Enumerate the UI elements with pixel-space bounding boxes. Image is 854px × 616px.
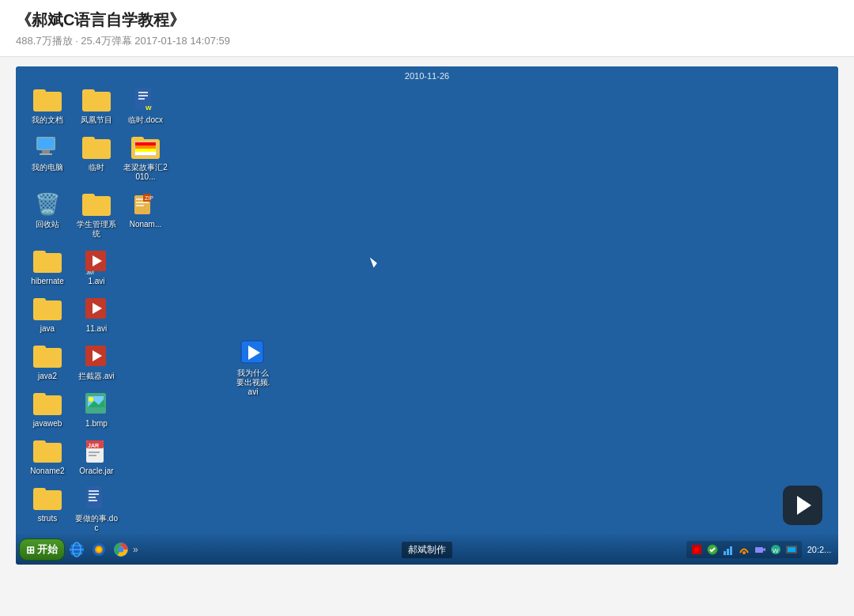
desktop-date: 2010-11-26 — [405, 71, 449, 81]
tray-icon-4 — [737, 542, 751, 557]
icon-my-documents[interactable]: 我的文档 — [24, 82, 71, 128]
tray-icon-7 — [784, 542, 799, 557]
svg-rect-2 — [138, 95, 148, 96]
icon-row-4: java 11.avi — [24, 291, 169, 337]
icon-row-7: Noname2 JAR Oracle.jar — [24, 433, 169, 479]
icon-label-oracle: Oracle.jar — [79, 467, 113, 476]
svg-rect-12 — [136, 205, 144, 206]
icon-label-mid-video: 我为什么要出视频.avi — [236, 368, 270, 397]
desktop: 2010-11-26 我的文档 凤凰节目 — [16, 66, 838, 565]
tray-icon-5 — [753, 542, 767, 557]
svg-rect-6 — [38, 138, 54, 149]
tray-icon-2 — [705, 542, 720, 557]
video-play-button[interactable] — [783, 486, 822, 525]
lanzheqi-icon-img — [82, 342, 111, 370]
icon-label-lanzheqi: 拦截器.avi — [78, 372, 115, 381]
icon-label-laoliang: 老梁故事汇2010... — [123, 163, 168, 182]
svg-point-49 — [119, 547, 124, 553]
icon-label-linshi: 临时 — [89, 163, 104, 172]
icon-linshi-folder[interactable]: 临时 — [73, 130, 120, 185]
taskbar-clock: 20:2... — [803, 544, 835, 555]
icon-row-6: javaweb 1.bmp — [24, 386, 169, 432]
svg-rect-62 — [788, 547, 795, 552]
icon-row-0: 我的文档 凤凰节目 W — [24, 82, 169, 128]
taskbar-chrome-icon[interactable] — [111, 539, 131, 560]
icon-noname1[interactable]: ZIP Nonam... — [122, 187, 169, 242]
taskbar: ⊞ 开始 — [16, 535, 838, 565]
desktop-wrapper: 2010-11-26 我的文档 凤凰节目 — [16, 66, 838, 565]
icon-row-8: struts 要做的事.doc — [24, 481, 169, 536]
svg-rect-32 — [89, 490, 99, 492]
docx-icon-img: W — [131, 85, 160, 114]
taskbar-firefox-icon[interactable] — [89, 539, 109, 560]
icon-label-1avi: 1.avi — [88, 277, 104, 286]
sys-tray: W — [686, 541, 802, 558]
icon-recycle[interactable]: 🗑️ 回收站 — [24, 187, 71, 242]
icon-javaweb[interactable]: javaweb — [24, 386, 71, 432]
svg-rect-53 — [724, 551, 726, 555]
icon-label-linshi-docx: 临时.docx — [128, 115, 163, 125]
start-button[interactable]: ⊞ 开始 — [19, 539, 65, 561]
taskbar-more-btn[interactable]: » — [133, 544, 138, 555]
oracle-jar-icon-img: JAR — [82, 436, 111, 465]
icon-label-java: java — [40, 324, 55, 334]
folder-icon-img — [33, 85, 62, 114]
svg-rect-7 — [42, 150, 50, 153]
student-folder-img — [82, 190, 111, 218]
icon-row-2: 🗑️ 回收站 学生管理系统 — [24, 187, 169, 242]
icon-11avi[interactable]: 11.avi — [73, 291, 120, 337]
page-title: 《郝斌C语言自学教程》 — [16, 9, 838, 31]
svg-rect-3 — [138, 98, 145, 100]
svg-text:W: W — [773, 547, 779, 554]
icon-label-my-documents: 我的文档 — [32, 115, 63, 125]
icon-mid-video[interactable]: 我为什么要出视频.avi — [229, 335, 277, 400]
1bmp-icon-img — [82, 389, 111, 418]
icon-oracle-jar[interactable]: JAR Oracle.jar — [73, 433, 120, 479]
recycle-icon-img: 🗑️ — [33, 190, 62, 218]
svg-rect-57 — [755, 547, 763, 553]
icon-fenghuang[interactable]: 凤凰节目 — [73, 82, 120, 128]
icon-row-5: java2 拦截器.avi — [24, 338, 169, 384]
svg-rect-1 — [138, 92, 148, 93]
icon-label-fenghuang: 凤凰节目 — [81, 115, 112, 125]
svg-rect-29 — [89, 452, 100, 453]
icon-1bmp[interactable]: 1.bmp — [73, 386, 120, 432]
icon-hibernate[interactable]: hibernate — [24, 244, 71, 289]
icon-java2[interactable]: java2 — [24, 338, 71, 384]
tray-icon-1 — [690, 542, 704, 557]
icon-lanzheqi[interactable]: 拦截器.avi — [73, 338, 120, 384]
icon-label-noname1: Nonam... — [130, 220, 162, 229]
icon-noname2[interactable]: Noname2 — [24, 433, 71, 479]
icon-row-3: hibernate .avi 1.avi — [24, 244, 169, 289]
icons-grid: 我的文档 凤凰节目 W — [24, 82, 169, 536]
top-bar: 《郝斌C语言自学教程》 488.7万播放 · 25.4万弹幕 2017-01-1… — [0, 0, 854, 57]
icon-student-mgr[interactable]: 学生管理系统 — [73, 187, 120, 242]
icon-linshi-docx[interactable]: W 临时.docx — [122, 82, 169, 128]
icon-label-computer: 我的电脑 — [32, 163, 63, 172]
taskbar-ie-icon[interactable] — [66, 539, 87, 560]
icon-label-noname2: Noname2 — [30, 467, 64, 476]
clock-text: 20:2... — [807, 545, 832, 554]
hibernate-folder-img — [33, 247, 62, 275]
icon-label-hibernate: hibernate — [31, 277, 64, 286]
svg-point-51 — [694, 547, 699, 552]
java-folder-img — [33, 294, 62, 323]
icon-java[interactable]: java — [24, 291, 71, 337]
icon-my-computer[interactable]: 我的电脑 — [24, 130, 71, 185]
svg-rect-11 — [136, 202, 149, 203]
mouse-cursor — [370, 255, 378, 267]
tray-icon-6: W — [769, 542, 783, 557]
icon-laoliang[interactable]: 老梁故事汇2010... — [122, 130, 169, 185]
icon-1avi[interactable]: .avi 1.avi — [73, 244, 120, 289]
icon-label-11avi: 11.avi — [86, 324, 108, 334]
javaweb-folder-img — [33, 389, 62, 418]
icon-yaozuo[interactable]: 要做的事.doc — [73, 481, 120, 536]
start-label: 开始 — [37, 542, 58, 557]
svg-rect-8 — [40, 153, 52, 155]
java2-folder-img — [33, 342, 62, 370]
icon-label-student: 学生管理系统 — [74, 220, 119, 239]
svg-text:.avi: .avi — [85, 270, 94, 274]
icon-struts[interactable]: struts — [24, 481, 71, 536]
computer-icon-img — [33, 133, 62, 161]
svg-text:ZIP: ZIP — [145, 195, 153, 201]
